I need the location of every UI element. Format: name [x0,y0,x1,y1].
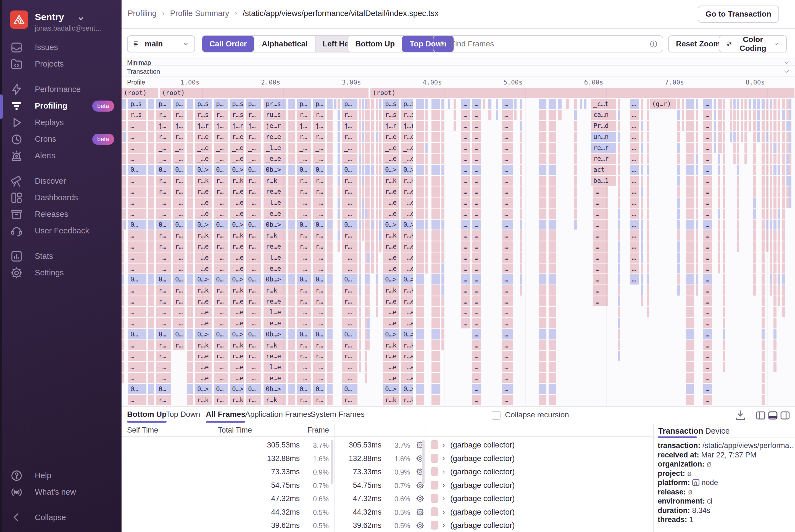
flame-frame[interactable]: _c…t [591,99,616,109]
flame-frame[interactable]: j… [214,121,228,131]
flame-frame[interactable] [761,340,764,350]
flame-frame[interactable]: r…k [195,230,212,241]
flame-frame[interactable] [737,143,739,153]
flame-frame[interactable]: _… [156,154,171,164]
flame-frame[interactable] [753,132,756,142]
flame-frame[interactable] [367,99,370,109]
flame-frame[interactable] [773,230,776,241]
flame-frame[interactable] [327,264,333,274]
flame-frame[interactable] [789,176,791,186]
flame-frame[interactable] [549,154,556,164]
flame-frame[interactable] [365,209,367,219]
flame-frame[interactable] [124,176,126,186]
flame-frame[interactable] [514,110,516,120]
flame-frame[interactable] [782,99,785,109]
sidebar-collapse-button[interactable]: Collapse [0,509,121,526]
flame-frame[interactable]: … [461,165,470,175]
flame-frame[interactable] [566,99,569,109]
flame-frame[interactable] [365,110,367,120]
flame-frame[interactable] [454,121,456,131]
flame-frame[interactable]: r… [173,110,185,120]
flame-frame[interactable] [696,187,698,197]
flame-frame[interactable] [723,132,725,142]
flame-frame[interactable] [441,176,444,186]
flame-frame[interactable] [753,187,756,197]
flame-frame[interactable] [718,143,720,153]
flame-frame[interactable] [778,187,780,197]
flame-frame[interactable]: r… [156,132,171,142]
flame-frame[interactable] [454,99,456,109]
flame-frame[interactable] [148,143,154,153]
flame-frame[interactable] [441,230,444,241]
flame-frame[interactable] [744,110,747,120]
flame-frame[interactable] [718,132,720,142]
flame-frame[interactable] [686,395,694,405]
flame-frame[interactable] [757,121,760,131]
flame-frame[interactable]: r… [297,230,311,241]
flame-frame[interactable] [338,132,340,142]
flame-frame[interactable] [733,154,736,164]
flame-frame[interactable] [723,230,725,241]
flame-frame[interactable] [376,99,378,109]
flame-frame[interactable] [327,132,333,142]
flame-frame[interactable] [148,340,154,350]
flame-frame[interactable] [723,110,725,120]
flame-frame[interactable] [723,297,725,307]
flame-frame[interactable]: r…e [401,297,413,307]
flame-frame[interactable] [539,187,546,197]
flame-frame[interactable] [778,242,780,252]
flame-frame[interactable] [641,110,643,120]
flame-frame[interactable] [441,274,444,285]
flame-frame[interactable] [641,165,643,175]
flame-frame[interactable]: r… [173,242,185,252]
flame-frame[interactable]: 0… [214,220,228,230]
flame-frame[interactable] [187,176,193,186]
flame-frame[interactable] [338,154,340,164]
flame-frame[interactable]: r… [214,230,228,241]
flame-frame[interactable] [425,242,428,252]
flame-frame[interactable] [618,132,620,142]
flame-frame[interactable] [682,121,684,131]
flame-frame[interactable] [761,121,764,131]
flame-frame[interactable] [148,197,154,208]
flame-frame[interactable] [148,99,154,109]
flame-frame[interactable] [124,143,126,153]
flame-frame[interactable] [574,154,577,164]
flame-frame[interactable] [757,132,760,142]
flame-frame[interactable] [574,197,577,208]
flame-frame[interactable] [782,230,785,241]
flame-frame[interactable]: r… [313,176,325,186]
flame-frame[interactable]: … [128,285,146,296]
flame-frame[interactable] [288,264,295,274]
flame-frame[interactable] [723,220,725,230]
flame-frame[interactable] [371,121,374,131]
flame-frame[interactable] [618,252,620,263]
flame-root-frame[interactable]: (root) [160,88,368,98]
flame-frame[interactable] [187,220,193,230]
flame-frame[interactable] [782,132,785,142]
flame-frame[interactable] [148,373,154,383]
flame-frame[interactable] [327,143,333,153]
flame-frame[interactable] [753,285,756,296]
flame-frame[interactable] [441,132,444,142]
flame-frame[interactable] [720,121,722,131]
flame-frame[interactable]: … [703,187,712,197]
flame-frame[interactable] [416,154,424,164]
flame-frame[interactable]: r… [214,242,228,252]
flame-frame[interactable]: _… [297,197,311,208]
flame-frame[interactable]: … [630,197,639,208]
flame-frame[interactable]: 0… [342,220,357,230]
flame-frame[interactable] [787,187,789,197]
flame-frame[interactable]: … [461,297,470,307]
flame-frame[interactable]: _… [214,362,228,372]
flame-frame[interactable]: _… [342,362,357,372]
flame-frame[interactable]: r…k [230,176,244,186]
flame-frame[interactable] [574,110,577,120]
flame-frame[interactable] [686,197,694,208]
flame-frame[interactable]: _…e [230,209,244,219]
flame-frame[interactable]: … [461,252,470,263]
flame-frame[interactable] [574,99,577,109]
flame-frame[interactable] [696,99,698,109]
flame-frame[interactable] [148,187,154,197]
flame-frame[interactable] [677,274,680,285]
